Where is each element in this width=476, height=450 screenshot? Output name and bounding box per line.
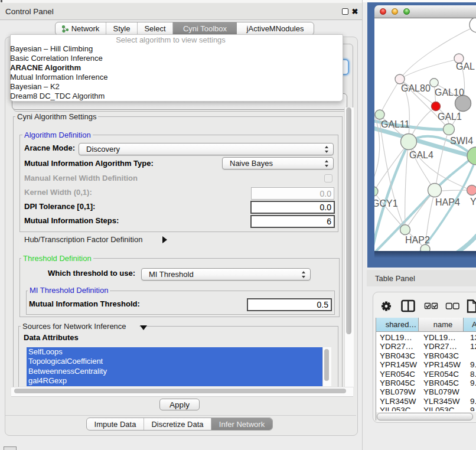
svg-text:GCY1: GCY1: [374, 198, 398, 208]
svg-text:SWI4: SWI4: [450, 136, 473, 146]
svg-text:GAL80: GAL80: [401, 83, 431, 93]
svg-text:HAP2: HAP2: [405, 235, 430, 245]
svg-text:HAP4: HAP4: [435, 197, 460, 207]
svg-text:GAL10: GAL10: [435, 87, 464, 97]
svg-text:GAL11: GAL11: [381, 119, 410, 129]
svg-text:GAL: GAL: [456, 61, 475, 71]
svg-text:GAL1: GAL1: [438, 112, 462, 122]
svg-text:GAL4: GAL4: [409, 150, 433, 160]
svg-text:Y: Y: [470, 197, 476, 207]
